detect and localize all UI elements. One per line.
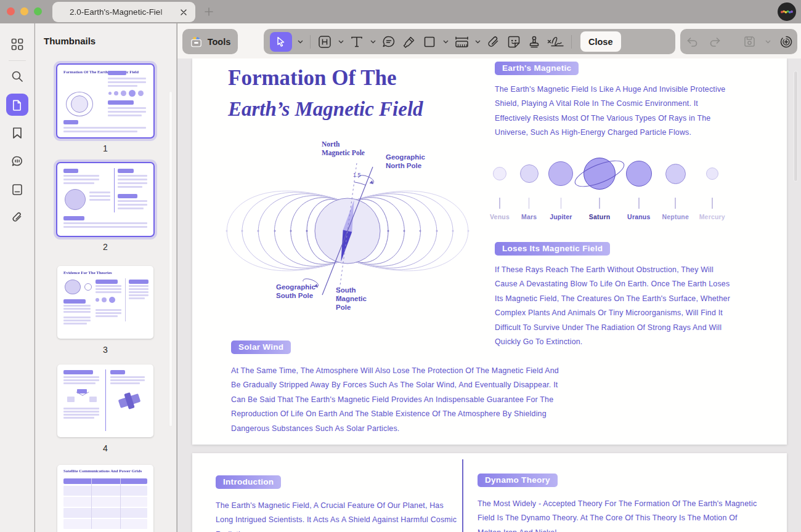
planet-tick [638,198,640,209]
text-tool[interactable] [349,32,365,52]
planet-circle [665,164,686,184]
document-title: Formation Of The Earth’s Magnetic Field [228,63,423,125]
shape-dropdown-icon[interactable] [442,40,449,44]
section-badge: Introduction [216,475,281,489]
new-tab-button[interactable] [203,6,214,17]
document-tab[interactable]: 2.0-Earth's-Magnetic-Fiel [52,2,195,22]
planet-venus: Venus [490,156,510,220]
tools-button[interactable]: Tools [182,29,238,54]
title-line-1: Formation Of The [228,63,423,93]
comment-icon[interactable] [6,150,28,172]
sticker-tool[interactable] [506,32,522,52]
document-page-1: Formation Of The Earth’s Magnetic Field [192,58,787,445]
south-magnetic-pole-label-2: Magnetic [336,295,367,302]
document-viewport[interactable]: Formation Of The Earth’s Magnetic Field [177,58,801,532]
planet-uranus: Uranus [626,156,652,220]
close-button[interactable]: Close [580,31,621,52]
toolbar: Tools [177,23,801,58]
section-solar-wind: Solar Wind At The Same Time, The Atmosph… [231,341,561,436]
toolbar-divider [310,35,311,49]
section-badge: Dynamo Theory [478,474,558,487]
page-thumbnail[interactable]: Satellite Communications And Power Grids [57,465,153,532]
geographic-south-pole-label-1: Geographic [276,283,316,291]
app-window: 2.0-Earth's-Magnetic-Fiel [0,0,801,532]
north-magnetic-pole-label-2: Magnetic Pole [322,149,365,157]
save-icon[interactable] [742,32,758,52]
axis-angle-label: 1.5 [353,172,361,178]
heading-dropdown-icon[interactable] [337,40,344,44]
redo-icon[interactable] [707,32,723,52]
geographic-north-pole-label-2: North Pole [386,162,421,169]
heading-tool[interactable] [317,32,333,52]
close-button-label: Close [588,37,613,47]
grid-menu-icon[interactable] [6,33,28,55]
section-badge: Loses Its Magnetic Field [495,242,610,256]
shape-square-tool[interactable] [421,32,437,52]
minimize-window-button[interactable] [20,7,28,15]
text-dropdown-icon[interactable] [369,40,376,44]
attachment-icon[interactable] [6,206,28,228]
page-number: 2 [57,242,153,252]
magnetic-field-diagram: 1.5 North Magnetic Pole Geographic North… [211,139,482,326]
thumbnail-page-2: 2 [57,163,153,252]
column-divider [462,459,463,532]
select-cursor-tool[interactable] [270,32,292,52]
geographic-south-pole-label-2: South Pole [276,292,313,299]
tab-close-icon[interactable] [178,7,189,18]
stamp-tool[interactable] [526,32,542,52]
measure-tool[interactable] [453,32,470,52]
annotation-toolbar: Close [264,29,675,54]
document-page-2: Introduction The Earth's Magnetic Field,… [192,453,787,532]
planet-saturn: Saturn [583,156,616,220]
document-scrollbar[interactable] [794,71,798,182]
rail-divider [9,60,26,61]
section-badge: Solar Wind [231,341,291,354]
planet-mercury: Mercury [699,156,725,220]
zoom-window-button[interactable] [34,7,42,15]
tools-button-label: Tools [208,37,231,47]
planet-jupiter: Jupiter [548,156,573,220]
left-icon-rail [0,23,35,532]
planet-tick [712,198,713,209]
tools-icon [190,36,203,48]
highlighter-tool[interactable] [401,32,417,52]
undo-icon[interactable] [684,32,700,52]
close-window-button[interactable] [7,7,15,15]
cursor-dropdown-icon[interactable] [296,40,304,44]
section-text: If These Rays Reach The Earth Without Ob… [495,263,730,349]
planets-row: Venus Mars Jupiter [490,156,725,220]
planet-mars: Mars [520,156,539,220]
page-thumbnail[interactable] [57,163,153,236]
bookmark-icon[interactable] [6,122,28,144]
planet-tick [561,198,562,209]
planet-label: Venus [490,213,510,220]
planet-tick [529,198,530,209]
user-avatar[interactable] [778,2,796,21]
ai-assistant-icon[interactable] [778,32,794,52]
south-magnetic-pole-label-3: Pole [336,304,351,311]
planet-label: Uranus [627,213,650,220]
planet-label: Saturn [589,213,610,220]
page-thumbnail[interactable]: Evidence For The Theories [57,266,153,339]
thumbnail-page-1: Formation Of The Earth's Magnetic Field [57,65,153,153]
signature-tool[interactable] [547,32,565,52]
document-icon[interactable] [6,179,28,201]
planet-tick [675,198,676,209]
thumbnails-scrollbar[interactable] [169,91,173,427]
attach-file-tool[interactable] [486,32,502,52]
comment-tool[interactable] [381,32,397,52]
measure-dropdown-icon[interactable] [474,40,481,44]
thumb3-title: Evidence For The Theories [63,270,112,275]
section-badge: Earth's Magnetic [495,62,579,75]
planet-tick [599,198,600,209]
section-text: The Most Widely - Accepted Theory For Th… [478,497,761,532]
save-dropdown-icon[interactable] [765,40,771,44]
planet-circle [626,161,652,187]
thumbnail-page-5: Satellite Communications And Power Grids [57,465,153,532]
page-thumbnail[interactable]: Formation Of The Earth's Magnetic Field [57,65,153,137]
section-dynamo-theory: Dynamo Theory The Most Widely - Accepted… [478,474,761,532]
search-icon[interactable] [6,65,28,87]
page-thumbnails-icon[interactable] [6,94,28,116]
section-text: The Earth's Magnetic Field Is Like A Hug… [495,83,730,140]
page-thumbnail[interactable] [57,365,153,437]
